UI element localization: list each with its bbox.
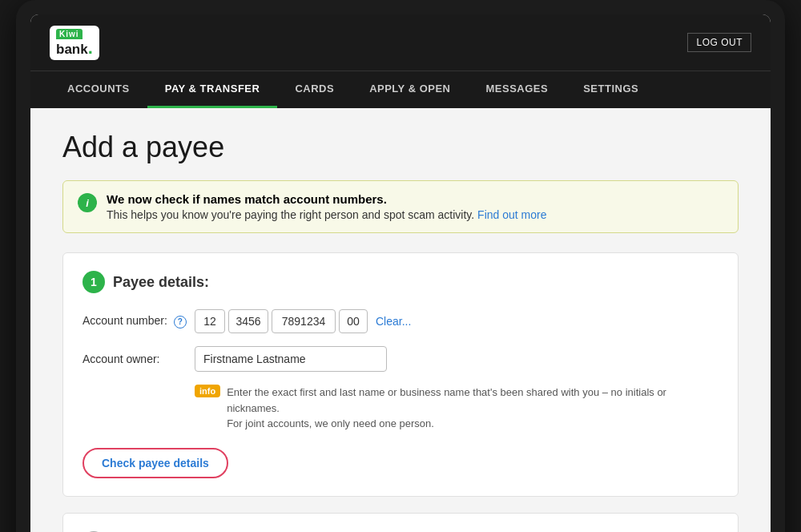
payee-details-section: 1 Payee details: Account number: ? Clear… bbox=[62, 252, 739, 497]
tablet-screen: Kiwi bank. LOG OUT ACCOUNTS PAY & TRANSF… bbox=[30, 14, 771, 532]
account-suffix-input[interactable] bbox=[339, 309, 368, 333]
nav-cards[interactable]: CARDS bbox=[277, 71, 352, 108]
check-payee-button[interactable]: Check payee details bbox=[83, 448, 228, 478]
nav-messages[interactable]: MESSAGES bbox=[469, 71, 566, 108]
find-out-more-link[interactable]: Find out more bbox=[477, 208, 546, 221]
info-note-text: Enter the exact first and last name or b… bbox=[227, 385, 718, 432]
logo-bank: bank. bbox=[56, 39, 93, 57]
account-branch-input[interactable] bbox=[228, 309, 268, 333]
nav-accounts[interactable]: ACCOUNTS bbox=[50, 71, 147, 108]
section1-title: Payee details: bbox=[113, 274, 209, 291]
account-owner-row: Account owner: bbox=[83, 346, 718, 372]
nav-bar: ACCOUNTS PAY & TRANSFER CARDS APPLY & OP… bbox=[30, 71, 771, 108]
info-icon: i bbox=[78, 193, 97, 212]
account-owner-input[interactable] bbox=[195, 346, 387, 372]
main-content: Add a payee i We now check if names matc… bbox=[30, 108, 771, 532]
logo-kiwi: Kiwi bbox=[56, 29, 83, 39]
account-fields: Clear... bbox=[195, 309, 411, 333]
clear-link[interactable]: Clear... bbox=[376, 315, 411, 328]
step1-badge: 1 bbox=[83, 271, 105, 293]
logo: Kiwi bank. bbox=[50, 26, 99, 60]
logout-button[interactable]: LOG OUT bbox=[687, 33, 751, 52]
info-banner: i We now check if names match account nu… bbox=[62, 180, 739, 233]
page-title: Add a payee bbox=[62, 131, 739, 164]
account-owner-label: Account owner: bbox=[83, 353, 195, 365]
nav-apply-open[interactable]: APPLY & OPEN bbox=[352, 71, 468, 108]
account-number-input[interactable] bbox=[272, 309, 336, 333]
account-number-row: Account number: ? Clear... bbox=[83, 309, 718, 333]
section1-header: 1 Payee details: bbox=[83, 271, 718, 293]
account-bank-input[interactable] bbox=[195, 309, 225, 333]
info-banner-body: This helps you know you're paying the ri… bbox=[107, 208, 546, 221]
info-note-row: info Enter the exact first and last name… bbox=[83, 385, 718, 432]
statement-details-section: 2 Statement details: Particulars Code Re… bbox=[62, 513, 739, 533]
nav-settings[interactable]: SETTINGS bbox=[566, 71, 656, 108]
header: Kiwi bank. LOG OUT bbox=[30, 14, 771, 71]
info-tag: info bbox=[195, 385, 220, 397]
nav-pay-transfer[interactable]: PAY & TRANSFER bbox=[147, 71, 278, 108]
info-banner-content: We now check if names match account numb… bbox=[107, 192, 546, 221]
tablet-frame: Kiwi bank. LOG OUT ACCOUNTS PAY & TRANSF… bbox=[16, 0, 785, 532]
info-banner-title: We now check if names match account numb… bbox=[107, 192, 546, 206]
help-icon[interactable]: ? bbox=[174, 316, 187, 328]
account-number-label: Account number: ? bbox=[83, 314, 195, 328]
